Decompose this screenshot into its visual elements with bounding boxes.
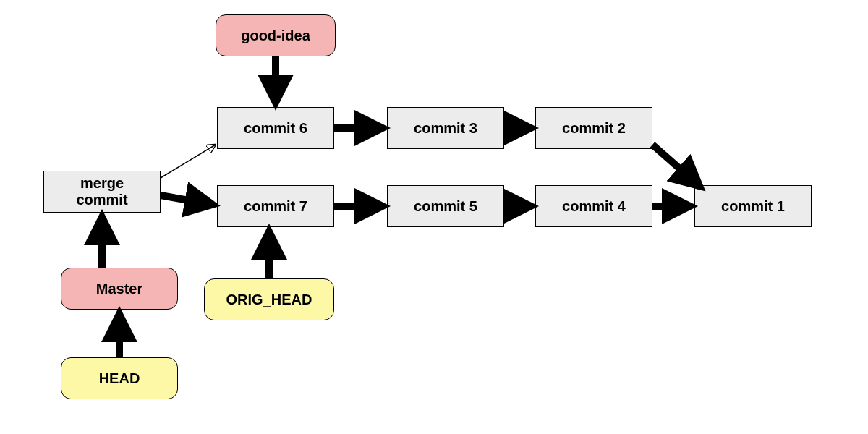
label: good-idea xyxy=(241,27,310,44)
label: HEAD xyxy=(99,370,140,387)
branch-master: Master xyxy=(61,268,178,310)
label: commit 3 xyxy=(414,120,477,137)
label: commit 5 xyxy=(414,198,477,215)
edge-merge-commit7 xyxy=(161,195,213,205)
commit-2: commit 2 xyxy=(535,107,652,149)
edge-commit2-commit1 xyxy=(652,145,700,187)
edge-merge-commit6 xyxy=(161,145,216,178)
label: merge commit xyxy=(76,175,127,208)
git-diagram: good-idea commit 6 commit 3 commit 2 mer… xyxy=(0,0,868,434)
ref-head: HEAD xyxy=(61,357,178,399)
label: commit 1 xyxy=(721,198,785,215)
label: commit 4 xyxy=(562,198,626,215)
ref-orig-head: ORIG_HEAD xyxy=(204,278,334,320)
commit-5: commit 5 xyxy=(387,185,504,227)
branch-good-idea: good-idea xyxy=(216,14,336,56)
commit-6: commit 6 xyxy=(217,107,334,149)
label: Master xyxy=(96,281,142,297)
commit-1: commit 1 xyxy=(694,185,812,227)
label: ORIG_HEAD xyxy=(226,292,312,308)
label: commit 7 xyxy=(244,198,307,215)
label: commit 6 xyxy=(244,120,307,137)
commit-7: commit 7 xyxy=(217,185,334,227)
commit-3: commit 3 xyxy=(387,107,504,149)
commit-4: commit 4 xyxy=(535,185,652,227)
label: commit 2 xyxy=(562,120,626,137)
merge-commit: merge commit xyxy=(43,171,161,213)
